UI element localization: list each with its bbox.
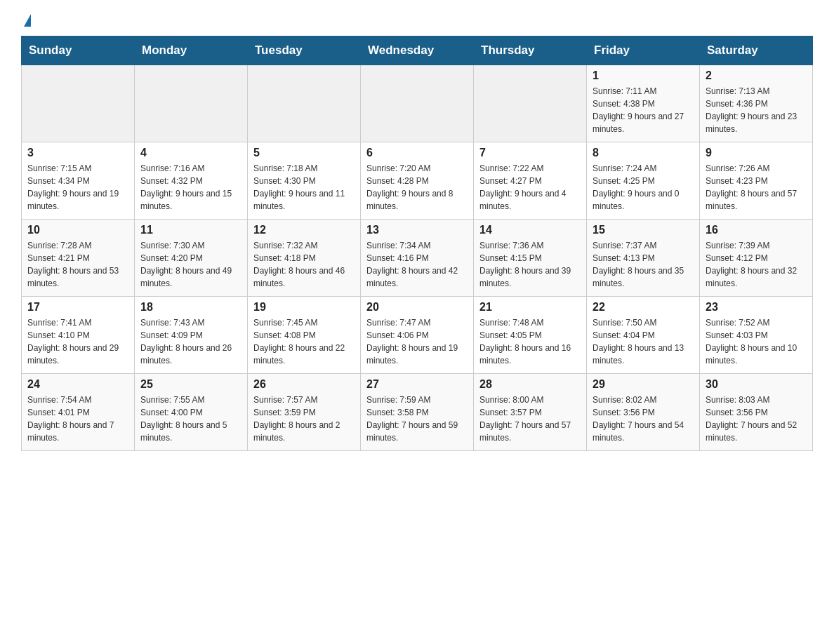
calendar-week-row: 3Sunrise: 7:15 AMSunset: 4:34 PMDaylight… <box>22 142 813 220</box>
calendar-cell: 14Sunrise: 7:36 AMSunset: 4:15 PMDayligh… <box>474 220 587 297</box>
calendar-cell <box>22 65 135 142</box>
calendar-cell <box>361 65 474 142</box>
day-info: Sunrise: 7:43 AMSunset: 4:09 PMDaylight:… <box>140 316 241 367</box>
day-info: Sunrise: 7:52 AMSunset: 4:03 PMDaylight:… <box>706 316 807 367</box>
day-number: 3 <box>27 147 128 159</box>
calendar-cell: 7Sunrise: 7:22 AMSunset: 4:27 PMDaylight… <box>474 142 587 220</box>
day-number: 9 <box>706 147 807 159</box>
calendar-table: SundayMondayTuesdayWednesdayThursdayFrid… <box>21 36 813 451</box>
day-info: Sunrise: 7:11 AMSunset: 4:38 PMDaylight:… <box>593 85 694 135</box>
day-info: Sunrise: 7:15 AMSunset: 4:34 PMDaylight:… <box>27 162 128 213</box>
calendar-cell: 25Sunrise: 7:55 AMSunset: 4:00 PMDayligh… <box>135 374 248 451</box>
calendar-cell <box>474 65 587 142</box>
calendar-cell: 28Sunrise: 8:00 AMSunset: 3:57 PMDayligh… <box>474 374 587 451</box>
calendar-cell: 4Sunrise: 7:16 AMSunset: 4:32 PMDaylight… <box>135 142 248 220</box>
day-number: 6 <box>366 147 468 159</box>
day-info: Sunrise: 7:41 AMSunset: 4:10 PMDaylight:… <box>27 316 128 367</box>
day-number: 1 <box>593 69 694 82</box>
day-number: 11 <box>140 224 241 236</box>
day-info: Sunrise: 7:28 AMSunset: 4:21 PMDaylight:… <box>27 239 128 290</box>
day-number: 5 <box>253 147 355 159</box>
day-number: 28 <box>479 378 581 391</box>
day-number: 18 <box>140 301 241 314</box>
day-info: Sunrise: 7:55 AMSunset: 4:00 PMDaylight:… <box>140 394 241 444</box>
day-number: 4 <box>140 147 241 159</box>
calendar-cell: 17Sunrise: 7:41 AMSunset: 4:10 PMDayligh… <box>22 297 135 374</box>
day-info: Sunrise: 7:39 AMSunset: 4:12 PMDaylight:… <box>706 239 807 290</box>
calendar-cell: 6Sunrise: 7:20 AMSunset: 4:28 PMDaylight… <box>361 142 474 220</box>
calendar-cell: 20Sunrise: 7:47 AMSunset: 4:06 PMDayligh… <box>361 297 474 374</box>
day-number: 20 <box>366 301 468 314</box>
calendar-cell: 29Sunrise: 8:02 AMSunset: 3:56 PMDayligh… <box>587 374 700 451</box>
calendar-week-row: 17Sunrise: 7:41 AMSunset: 4:10 PMDayligh… <box>22 297 813 374</box>
calendar-cell: 12Sunrise: 7:32 AMSunset: 4:18 PMDayligh… <box>248 220 361 297</box>
calendar-cell <box>248 65 361 142</box>
day-number: 17 <box>27 301 128 314</box>
day-number: 21 <box>479 301 581 314</box>
day-info: Sunrise: 7:18 AMSunset: 4:30 PMDaylight:… <box>253 162 355 213</box>
day-info: Sunrise: 7:50 AMSunset: 4:04 PMDaylight:… <box>593 316 694 367</box>
day-number: 29 <box>593 378 694 391</box>
day-info: Sunrise: 7:32 AMSunset: 4:18 PMDaylight:… <box>253 239 355 290</box>
day-number: 7 <box>479 147 581 159</box>
day-number: 25 <box>140 378 241 391</box>
calendar-cell: 8Sunrise: 7:24 AMSunset: 4:25 PMDaylight… <box>587 142 700 220</box>
day-number: 13 <box>366 224 468 236</box>
day-info: Sunrise: 7:13 AMSunset: 4:36 PMDaylight:… <box>706 85 807 135</box>
day-number: 23 <box>706 301 807 314</box>
logo-triangle-icon <box>24 14 31 27</box>
day-info: Sunrise: 7:16 AMSunset: 4:32 PMDaylight:… <box>140 162 241 213</box>
calendar-cell: 3Sunrise: 7:15 AMSunset: 4:34 PMDaylight… <box>22 142 135 220</box>
day-info: Sunrise: 7:36 AMSunset: 4:15 PMDaylight:… <box>479 239 581 290</box>
day-number: 30 <box>706 378 807 391</box>
weekday-header-tuesday: Tuesday <box>248 36 361 65</box>
calendar-cell: 9Sunrise: 7:26 AMSunset: 4:23 PMDaylight… <box>700 142 813 220</box>
day-info: Sunrise: 7:47 AMSunset: 4:06 PMDaylight:… <box>366 316 468 367</box>
day-number: 2 <box>706 69 807 82</box>
day-info: Sunrise: 7:48 AMSunset: 4:05 PMDaylight:… <box>479 316 581 367</box>
calendar-cell: 19Sunrise: 7:45 AMSunset: 4:08 PMDayligh… <box>248 297 361 374</box>
day-info: Sunrise: 7:24 AMSunset: 4:25 PMDaylight:… <box>593 162 694 213</box>
calendar-cell: 22Sunrise: 7:50 AMSunset: 4:04 PMDayligh… <box>587 297 700 374</box>
day-info: Sunrise: 8:03 AMSunset: 3:56 PMDaylight:… <box>706 394 807 444</box>
calendar-week-row: 1Sunrise: 7:11 AMSunset: 4:38 PMDaylight… <box>22 65 813 142</box>
day-number: 27 <box>366 378 468 391</box>
day-info: Sunrise: 7:20 AMSunset: 4:28 PMDaylight:… <box>366 162 468 213</box>
day-number: 16 <box>706 224 807 236</box>
calendar-cell: 23Sunrise: 7:52 AMSunset: 4:03 PMDayligh… <box>700 297 813 374</box>
weekday-header-wednesday: Wednesday <box>361 36 474 65</box>
day-number: 22 <box>593 301 694 314</box>
calendar-cell: 18Sunrise: 7:43 AMSunset: 4:09 PMDayligh… <box>135 297 248 374</box>
weekday-header-saturday: Saturday <box>700 36 813 65</box>
calendar-cell: 30Sunrise: 8:03 AMSunset: 3:56 PMDayligh… <box>700 374 813 451</box>
weekday-header-monday: Monday <box>135 36 248 65</box>
day-number: 12 <box>253 224 355 236</box>
day-info: Sunrise: 8:02 AMSunset: 3:56 PMDaylight:… <box>593 394 694 444</box>
calendar-cell: 2Sunrise: 7:13 AMSunset: 4:36 PMDaylight… <box>700 65 813 142</box>
day-number: 24 <box>27 378 128 391</box>
calendar-week-row: 24Sunrise: 7:54 AMSunset: 4:01 PMDayligh… <box>22 374 813 451</box>
calendar-cell: 21Sunrise: 7:48 AMSunset: 4:05 PMDayligh… <box>474 297 587 374</box>
calendar-cell: 1Sunrise: 7:11 AMSunset: 4:38 PMDaylight… <box>587 65 700 142</box>
calendar-cell: 24Sunrise: 7:54 AMSunset: 4:01 PMDayligh… <box>22 374 135 451</box>
calendar-cell: 26Sunrise: 7:57 AMSunset: 3:59 PMDayligh… <box>248 374 361 451</box>
day-info: Sunrise: 7:45 AMSunset: 4:08 PMDaylight:… <box>253 316 355 367</box>
day-info: Sunrise: 7:54 AMSunset: 4:01 PMDaylight:… <box>27 394 128 444</box>
day-number: 8 <box>593 147 694 159</box>
calendar-cell: 10Sunrise: 7:28 AMSunset: 4:21 PMDayligh… <box>22 220 135 297</box>
day-number: 19 <box>253 301 355 314</box>
logo <box>21 14 31 29</box>
day-info: Sunrise: 7:34 AMSunset: 4:16 PMDaylight:… <box>366 239 468 290</box>
day-info: Sunrise: 7:22 AMSunset: 4:27 PMDaylight:… <box>479 162 581 213</box>
calendar-cell <box>135 65 248 142</box>
day-number: 14 <box>479 224 581 236</box>
weekday-header-friday: Friday <box>587 36 700 65</box>
day-info: Sunrise: 7:59 AMSunset: 3:58 PMDaylight:… <box>366 394 468 444</box>
day-info: Sunrise: 8:00 AMSunset: 3:57 PMDaylight:… <box>479 394 581 444</box>
day-number: 26 <box>253 378 355 391</box>
calendar-cell: 13Sunrise: 7:34 AMSunset: 4:16 PMDayligh… <box>361 220 474 297</box>
weekday-header-row: SundayMondayTuesdayWednesdayThursdayFrid… <box>22 36 813 65</box>
day-number: 15 <box>593 224 694 236</box>
weekday-header-thursday: Thursday <box>474 36 587 65</box>
day-info: Sunrise: 7:37 AMSunset: 4:13 PMDaylight:… <box>593 239 694 290</box>
